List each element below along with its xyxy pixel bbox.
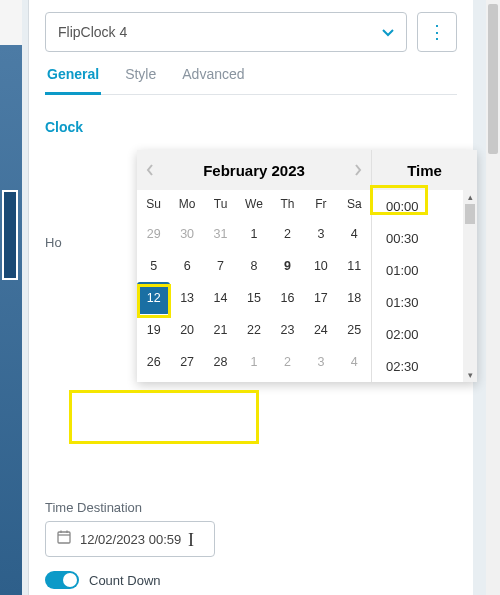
- kebab-icon: ⋮: [428, 21, 446, 43]
- calendar-grid: SuMoTuWeThFrSa29303112345678910111213141…: [137, 190, 371, 378]
- calendar: February 2023 SuMoTuWeThFrSa293031123456…: [137, 150, 372, 382]
- time-scroll-thumb[interactable]: [465, 204, 475, 224]
- calendar-next-button[interactable]: [345, 150, 371, 190]
- time-destination-input[interactable]: 12/02/2023 00:59 I: [45, 521, 215, 557]
- calendar-day[interactable]: 27: [170, 346, 203, 378]
- calendar-day[interactable]: 5: [137, 250, 170, 282]
- calendar-day[interactable]: 4: [338, 346, 371, 378]
- count-down-label: Count Down: [89, 573, 161, 588]
- calendar-day[interactable]: 20: [170, 314, 203, 346]
- time-destination-value: 12/02/2023 00:59: [80, 532, 181, 547]
- time-header: Time: [372, 150, 477, 190]
- calendar-dow: Mo: [170, 190, 203, 218]
- more-options-button[interactable]: ⋮: [417, 12, 457, 52]
- text-cursor-icon: I: [188, 530, 194, 551]
- calendar-day[interactable]: 10: [304, 250, 337, 282]
- calendar-day[interactable]: 15: [237, 282, 270, 314]
- section-clock-label: Clock: [45, 119, 457, 135]
- calendar-day[interactable]: 12: [137, 282, 170, 314]
- calendar-day[interactable]: 17: [304, 282, 337, 314]
- calendar-day[interactable]: 2: [271, 218, 304, 250]
- calendar-day[interactable]: 3: [304, 346, 337, 378]
- panel-scrollbar[interactable]: [486, 0, 500, 595]
- time-scrollbar[interactable]: ▴ ▾: [463, 190, 477, 382]
- calendar-day[interactable]: 18: [338, 282, 371, 314]
- calendar-prev-button[interactable]: [137, 150, 163, 190]
- calendar-day[interactable]: 4: [338, 218, 371, 250]
- calendar-day[interactable]: 28: [204, 346, 237, 378]
- count-down-toggle[interactable]: [45, 571, 79, 589]
- calendar-icon: [56, 529, 72, 549]
- calendar-day[interactable]: 11: [338, 250, 371, 282]
- calendar-day[interactable]: 24: [304, 314, 337, 346]
- calendar-day[interactable]: 1: [237, 218, 270, 250]
- widget-select-dropdown[interactable]: FlipClock 4: [45, 12, 407, 52]
- svg-rect-0: [58, 532, 70, 543]
- time-column: Time 00:0000:3001:0001:3002:0002:3003:00…: [372, 150, 477, 382]
- calendar-day[interactable]: 7: [204, 250, 237, 282]
- calendar-month-title: February 2023: [203, 162, 305, 179]
- calendar-day[interactable]: 6: [170, 250, 203, 282]
- calendar-day[interactable]: 30: [170, 218, 203, 250]
- tab-general[interactable]: General: [45, 66, 101, 95]
- calendar-day[interactable]: 14: [204, 282, 237, 314]
- calendar-day[interactable]: 31: [204, 218, 237, 250]
- calendar-day[interactable]: 8: [237, 250, 270, 282]
- calendar-day[interactable]: 29: [137, 218, 170, 250]
- calendar-day[interactable]: 26: [137, 346, 170, 378]
- tab-advanced[interactable]: Advanced: [180, 66, 246, 94]
- highlight-time-destination: [69, 390, 259, 444]
- calendar-dow: Tu: [204, 190, 237, 218]
- panel-scroll-thumb[interactable]: [488, 4, 498, 154]
- calendar-dow: Fr: [304, 190, 337, 218]
- calendar-header: February 2023: [137, 150, 371, 190]
- scroll-up-icon[interactable]: ▴: [463, 190, 477, 204]
- calendar-dow: Sa: [338, 190, 371, 218]
- time-list[interactable]: 00:0000:3001:0001:3002:0002:3003:00: [372, 190, 477, 382]
- calendar-day[interactable]: 16: [271, 282, 304, 314]
- calendar-dow: We: [237, 190, 270, 218]
- calendar-day[interactable]: 21: [204, 314, 237, 346]
- tabs: General Style Advanced: [45, 66, 457, 95]
- calendar-day[interactable]: 13: [170, 282, 203, 314]
- widget-select-value: FlipClock 4: [58, 24, 127, 40]
- datetime-picker-popup: February 2023 SuMoTuWeThFrSa293031123456…: [137, 150, 477, 382]
- calendar-dow: Su: [137, 190, 170, 218]
- calendar-day[interactable]: 22: [237, 314, 270, 346]
- calendar-day[interactable]: 1: [237, 346, 270, 378]
- time-destination-label: Time Destination: [45, 500, 457, 515]
- scroll-down-icon[interactable]: ▾: [463, 368, 477, 382]
- calendar-day[interactable]: 25: [338, 314, 371, 346]
- calendar-day[interactable]: 19: [137, 314, 170, 346]
- calendar-dow: Th: [271, 190, 304, 218]
- chevron-down-icon: [382, 23, 394, 41]
- calendar-day[interactable]: 3: [304, 218, 337, 250]
- calendar-day[interactable]: 23: [271, 314, 304, 346]
- calendar-day[interactable]: 9: [271, 250, 304, 282]
- tab-style[interactable]: Style: [123, 66, 158, 94]
- calendar-day[interactable]: 2: [271, 346, 304, 378]
